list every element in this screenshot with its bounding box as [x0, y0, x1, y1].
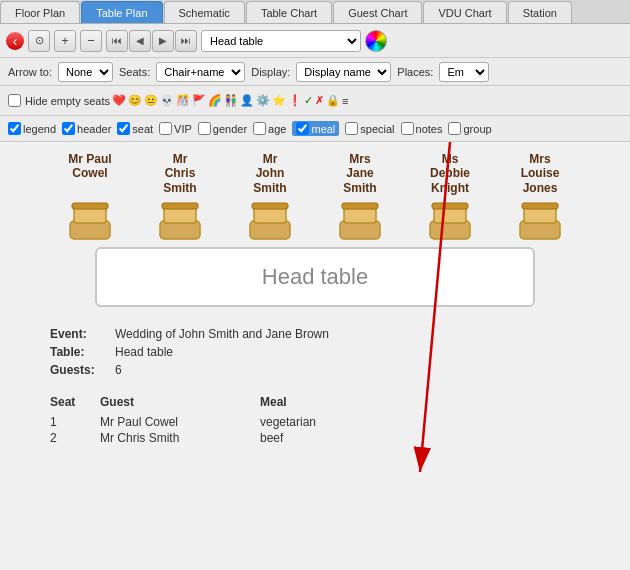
emoji-party[interactable]: 🎊	[176, 94, 190, 107]
seats-select[interactable]: Chair+name	[156, 62, 245, 82]
emoji-heart[interactable]: ❤️	[112, 94, 126, 107]
event-row: Event: Wedding of John Smith and Jane Br…	[50, 327, 580, 341]
tab-floor-plan[interactable]: Floor Plan	[0, 1, 80, 23]
notes-label[interactable]: notes	[401, 122, 443, 135]
head-table-text: Head table	[262, 264, 368, 290]
col-guest-header: Guest	[100, 395, 260, 409]
chair-3	[225, 199, 315, 243]
gender-label[interactable]: gender	[198, 122, 247, 135]
chair-2	[135, 199, 225, 243]
emoji-gear[interactable]: ⚙️	[256, 94, 270, 107]
tab-table-plan[interactable]: Table Plan	[81, 1, 162, 23]
svg-rect-5	[162, 203, 198, 209]
checkbox-row: legend header seat VIP gender age meal s…	[0, 116, 630, 142]
hide-empty-seats-label: Hide empty seats	[25, 95, 110, 107]
special-checkbox[interactable]	[345, 122, 358, 135]
nav-prev-button[interactable]: ◀	[129, 30, 151, 52]
event-value: Wedding of John Smith and Jane Brown	[115, 327, 329, 341]
zoom-out-button[interactable]: −	[80, 30, 102, 52]
seat-2-num: 2	[50, 431, 100, 445]
guest-name-4: MrsJaneSmith	[315, 152, 405, 195]
svg-rect-8	[252, 203, 288, 209]
tab-schematic[interactable]: Schematic	[164, 1, 245, 23]
tab-guest-chart[interactable]: Guest Chart	[333, 1, 422, 23]
display-select[interactable]: Display name	[296, 62, 391, 82]
table-value: Head table	[115, 345, 173, 359]
chair-row	[45, 199, 585, 243]
display-label: Display:	[251, 66, 290, 78]
meal-label[interactable]: meal	[292, 121, 339, 136]
tab-vdu-chart[interactable]: VDU Chart	[423, 1, 506, 23]
seat-label[interactable]: seat	[117, 122, 153, 135]
vip-checkbox[interactable]	[159, 122, 172, 135]
tab-station[interactable]: Station	[508, 1, 572, 23]
header-checkbox[interactable]	[62, 122, 75, 135]
emoji-person[interactable]: 👤	[240, 94, 254, 107]
hide-empty-seats-checkbox[interactable]	[8, 94, 21, 107]
nav-first-button[interactable]: ⏮	[106, 30, 128, 52]
gender-checkbox[interactable]	[198, 122, 211, 135]
arrow-to-select[interactable]: None	[58, 62, 113, 82]
tab-bar: Floor Plan Table Plan Schematic Table Ch…	[0, 0, 630, 24]
color-wheel[interactable]	[365, 30, 387, 52]
guest-name-row: Mr PaulCowel MrChrisSmith MrJohnSmith Mr…	[45, 152, 585, 195]
seat-checkbox[interactable]	[117, 122, 130, 135]
meal-checkbox[interactable]	[296, 122, 309, 135]
zoom-in-button[interactable]: +	[54, 30, 76, 52]
nav-last-button[interactable]: ⏭	[175, 30, 197, 52]
special-label[interactable]: special	[345, 122, 394, 135]
age-checkbox[interactable]	[253, 122, 266, 135]
emoji-star[interactable]: ⭐	[272, 94, 286, 107]
emoji-neutral[interactable]: 😐	[144, 94, 158, 107]
notes-checkbox[interactable]	[401, 122, 414, 135]
emoji-skull[interactable]: 💀	[160, 94, 174, 107]
guest-name-3: MrJohnSmith	[225, 152, 315, 195]
col-seat-header: Seat	[50, 395, 100, 409]
emoji-rainbow[interactable]: 🌈	[208, 94, 222, 107]
table-label: Table:	[50, 345, 115, 359]
main-content: Mr PaulCowel MrChrisSmith MrJohnSmith Mr…	[0, 142, 630, 570]
seat-2-meal: beef	[260, 431, 380, 445]
seat-row-1: 1 Mr Paul Cowel vegetarian	[50, 415, 580, 429]
group-checkbox[interactable]	[448, 122, 461, 135]
legend-checkbox[interactable]	[8, 122, 21, 135]
legend-label[interactable]: legend	[8, 122, 56, 135]
chair-1	[45, 199, 135, 243]
emoji-flag-red[interactable]: 🚩	[192, 94, 206, 107]
age-label[interactable]: age	[253, 122, 286, 135]
emoji-lock[interactable]: 🔒	[326, 94, 340, 107]
places-label: Places:	[397, 66, 433, 78]
places-select[interactable]: Em	[439, 62, 489, 82]
back-button[interactable]: ‹	[6, 32, 24, 50]
emoji-check-green[interactable]: ✓	[304, 94, 313, 107]
emoji-exclaim[interactable]: ❗	[288, 94, 302, 107]
emoji-menu[interactable]: ≡	[342, 95, 348, 107]
guest-name-6: MrsLouiseJones	[495, 152, 585, 195]
emoji-couple[interactable]: 👫	[224, 94, 238, 107]
head-table-box: Head table	[95, 247, 535, 307]
seat-table-section: Seat Guest Meal 1 Mr Paul Cowel vegetari…	[0, 391, 630, 451]
guest-name-5: MsDebbieKnight	[405, 152, 495, 195]
zoom-fit-button[interactable]: ⊙	[28, 30, 50, 52]
nav-next-button[interactable]: ▶	[152, 30, 174, 52]
guest-name-1: Mr PaulCowel	[45, 152, 135, 195]
nav-group: ⏮ ◀ ▶ ⏭	[106, 30, 197, 52]
emoji-smile[interactable]: 😊	[128, 94, 142, 107]
guests-row: Guests: 6	[50, 363, 580, 377]
group-label[interactable]: group	[448, 122, 491, 135]
seats-label: Seats:	[119, 66, 150, 78]
svg-rect-17	[522, 203, 558, 209]
header-label[interactable]: header	[62, 122, 111, 135]
info-section: Event: Wedding of John Smith and Jane Br…	[0, 317, 630, 391]
seat-2-guest: Mr Chris Smith	[100, 431, 260, 445]
tab-table-chart[interactable]: Table Chart	[246, 1, 332, 23]
seat-1-guest: Mr Paul Cowel	[100, 415, 260, 429]
event-label: Event:	[50, 327, 115, 341]
toolbar: ‹ ⊙ + − ⏮ ◀ ▶ ⏭ Head table	[0, 24, 630, 58]
seat-1-meal: vegetarian	[260, 415, 380, 429]
emoji-cross-red[interactable]: ✗	[315, 94, 324, 107]
vip-label[interactable]: VIP	[159, 122, 192, 135]
chair-4	[315, 199, 405, 243]
seat-1-num: 1	[50, 415, 100, 429]
table-selector[interactable]: Head table	[201, 30, 361, 52]
